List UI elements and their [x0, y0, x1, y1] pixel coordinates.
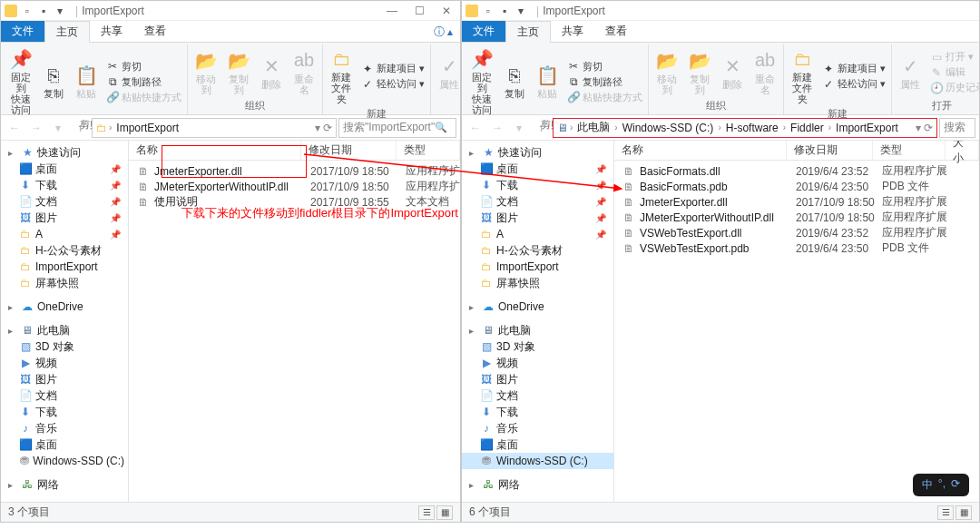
sidebar-item[interactable]: ▶视频: [1, 355, 128, 371]
file-item[interactable]: 🗎BasicFormats.pdb2019/6/4 23:50PDB 文件: [614, 179, 979, 194]
breadcrumb-segment[interactable]: ImportExport: [833, 122, 901, 134]
sidebar-this-pc[interactable]: ▸🖥此电脑: [462, 322, 613, 338]
sidebar-item[interactable]: 🟦桌面: [462, 436, 613, 453]
up-button[interactable]: ↑: [531, 118, 551, 138]
back-button[interactable]: ←: [5, 118, 24, 138]
breadcrumb-segment[interactable]: Fiddler: [788, 122, 827, 134]
sidebar-item[interactable]: ♪音乐: [1, 420, 128, 436]
view-icons-button[interactable]: ▦: [436, 505, 453, 520]
rename-button[interactable]: ab重命名: [289, 46, 318, 98]
edit-button[interactable]: ✎编辑: [930, 65, 980, 79]
sidebar-item[interactable]: ⛃Windows-SSD (C:): [1, 453, 128, 469]
breadcrumb-segment[interactable]: Windows-SSD (C:): [620, 122, 717, 134]
file-item[interactable]: 🗎JmeterExporter.dll2017/10/9 18:50应用程序扩展: [614, 194, 979, 210]
file-list[interactable]: 🗎JmeterExporter.dll2017/10/9 18:50应用程序扩🗎…: [129, 161, 460, 502]
qat-dropdown[interactable]: ▾: [514, 5, 527, 17]
col-date[interactable]: 修改日期: [301, 141, 397, 160]
copy-button[interactable]: ⎘复制: [500, 46, 529, 117]
sidebar-item[interactable]: 🗀A📌: [1, 226, 128, 242]
tab-share[interactable]: 共享: [551, 21, 594, 42]
sidebar-item[interactable]: 🗀屏幕快照: [1, 275, 128, 291]
sidebar-network[interactable]: ▸🖧网络: [462, 476, 613, 493]
move-to-button[interactable]: 📂移动到: [191, 46, 220, 98]
col-size[interactable]: 大小: [946, 141, 979, 160]
file-item[interactable]: 🗎JmeterExporter.dll2017/10/9 18:50应用程序扩: [129, 163, 460, 179]
qat-button[interactable]: ▪: [37, 5, 50, 17]
sidebar-item[interactable]: 📄文档📌: [462, 193, 613, 210]
refresh-button[interactable]: ▾ ⟳: [916, 122, 933, 134]
tab-view[interactable]: 查看: [594, 21, 638, 42]
paste-shortcut-button[interactable]: 🔗粘贴快捷方式: [106, 91, 181, 104]
sidebar-network[interactable]: ▸🖧网络: [1, 476, 128, 493]
sidebar-item[interactable]: 📄文档: [462, 387, 613, 404]
easy-access-button[interactable]: ✓轻松访问 ▾: [361, 77, 425, 91]
paste-button[interactable]: 📋粘贴: [533, 46, 562, 117]
sidebar-item[interactable]: ⛃Windows-SSD (C:): [462, 453, 613, 469]
copy-to-button[interactable]: 📂复制到: [685, 46, 714, 98]
tab-home[interactable]: 主页: [44, 21, 90, 43]
file-item[interactable]: 🗎JMeterExporterWithoutIP.dll2017/10/9 18…: [614, 210, 979, 225]
sidebar-item[interactable]: 🗀ImportExport: [1, 259, 128, 275]
new-item-button[interactable]: ✦新建项目 ▾: [822, 62, 886, 75]
file-item[interactable]: 🗎BasicFormats.dll2019/6/4 23:52应用程序扩展: [614, 163, 979, 179]
history-button[interactable]: 🕘历史记录: [930, 81, 980, 94]
new-folder-button[interactable]: 🗀新建 文件夹: [327, 46, 356, 106]
sidebar-item[interactable]: ⬇下载📌: [462, 177, 613, 193]
copy-to-button[interactable]: 📂复制到: [224, 46, 253, 98]
col-type[interactable]: 类型: [397, 141, 460, 160]
open-button[interactable]: ▭打开 ▾: [930, 50, 980, 64]
up-button[interactable]: ↑: [70, 118, 90, 138]
sidebar-onedrive[interactable]: ▸☁OneDrive: [1, 299, 128, 315]
sidebar-item[interactable]: 📄文档📌: [1, 193, 128, 210]
forward-button[interactable]: →: [487, 118, 507, 138]
rename-button[interactable]: ab重命名: [750, 46, 779, 98]
minimize-button[interactable]: —: [382, 5, 402, 17]
sidebar-item[interactable]: 🗀屏幕快照: [462, 275, 613, 291]
search-input[interactable]: 搜索"ImportExport" 🔍: [338, 118, 456, 138]
delete-button[interactable]: ✕删除: [718, 46, 747, 98]
sidebar-item[interactable]: 🗀H-公众号素材: [1, 242, 128, 259]
sidebar-item[interactable]: 🗀H-公众号素材: [462, 242, 613, 259]
sidebar-item[interactable]: 🗀A📌: [462, 226, 613, 242]
properties-button[interactable]: ✓属性: [435, 46, 464, 98]
properties-button[interactable]: ✓属性: [896, 46, 925, 98]
sidebar-item[interactable]: ♪音乐: [462, 420, 613, 436]
file-item[interactable]: 🗎VSWebTestExport.pdb2019/6/4 23:50PDB 文件: [614, 240, 979, 256]
forward-button[interactable]: →: [26, 118, 46, 138]
sidebar-item[interactable]: 🟦桌面: [1, 436, 128, 453]
file-item[interactable]: 🗎VSWebTestExport.dll2019/6/4 23:52应用程序扩展: [614, 225, 979, 240]
sidebar-item[interactable]: ⬇下载: [462, 404, 613, 420]
search-input[interactable]: 搜索: [939, 118, 975, 138]
sidebar-item[interactable]: 📄文档: [1, 387, 128, 404]
breadcrumb-segment[interactable]: ImportExport: [113, 122, 181, 134]
easy-access-button[interactable]: ✓轻松访问 ▾: [822, 77, 886, 91]
ribbon-help[interactable]: ⓘ ▴: [426, 21, 460, 42]
sidebar-item[interactable]: ⬇下载: [1, 404, 128, 420]
move-to-button[interactable]: 📂移动到: [652, 46, 681, 98]
paste-button[interactable]: 📋粘贴: [72, 46, 101, 117]
col-name[interactable]: 名称: [129, 141, 301, 160]
qat-button[interactable]: ▪: [498, 5, 511, 17]
file-item[interactable]: 🗎使用说明2017/10/9 18:55文本文档: [129, 194, 460, 210]
sidebar-item[interactable]: 🖼图片📌: [1, 210, 128, 226]
tab-file[interactable]: 文件: [1, 21, 44, 42]
sidebar-this-pc[interactable]: ▸🖥此电脑: [1, 322, 128, 338]
tab-home[interactable]: 主页: [505, 21, 551, 43]
sidebar-quick-access[interactable]: ▸★快速访问: [1, 144, 128, 161]
ime-widget[interactable]: 中 °, ⟳: [913, 474, 969, 496]
breadcrumb[interactable]: 🗀 › ImportExport ▾ ⟳: [92, 118, 337, 138]
sidebar-onedrive[interactable]: ▸☁OneDrive: [462, 299, 613, 315]
copy-path-button[interactable]: ⧉复制路径: [106, 75, 181, 89]
col-type[interactable]: 类型: [873, 141, 946, 160]
new-folder-button[interactable]: 🗀新建 文件夹: [788, 46, 817, 106]
breadcrumb-segment[interactable]: 此电脑: [574, 120, 612, 135]
copy-button[interactable]: ⎘复制: [39, 46, 68, 117]
back-button[interactable]: ←: [466, 118, 485, 138]
sidebar-item[interactable]: 🖼图片📌: [462, 210, 613, 226]
tab-file[interactable]: 文件: [462, 21, 505, 42]
tab-view[interactable]: 查看: [133, 21, 177, 42]
view-details-button[interactable]: ☰: [418, 505, 435, 520]
cut-button[interactable]: ✂剪切: [106, 60, 181, 73]
pin-button[interactable]: 📌固定到 快速访问: [6, 46, 35, 117]
qat-dropdown[interactable]: ▾: [54, 5, 66, 17]
